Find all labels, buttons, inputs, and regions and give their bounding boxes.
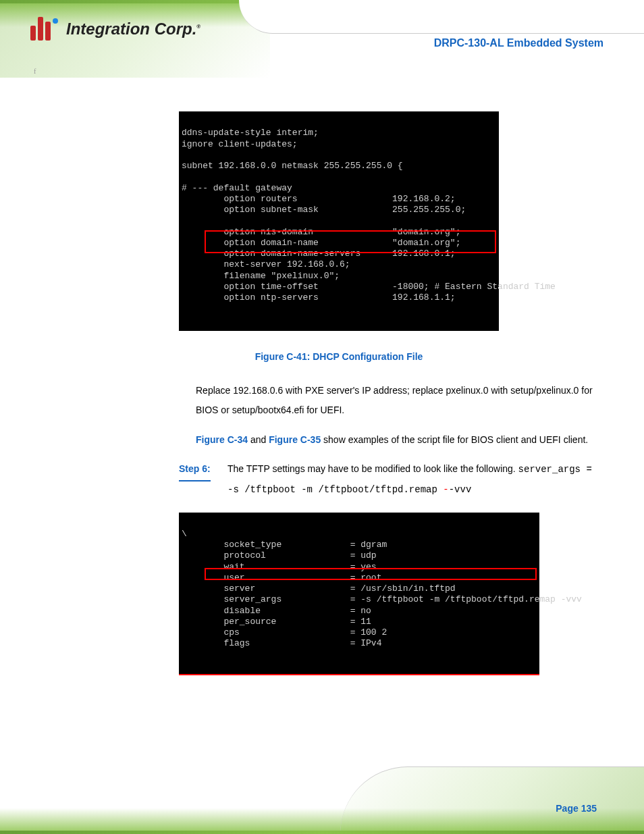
body-paragraph: Replace 192.168.0.6 with PXE server's IP… xyxy=(196,381,597,421)
header-swoosh xyxy=(239,0,644,34)
page-number: Page 135 xyxy=(556,803,597,814)
header-small-page-label: f xyxy=(34,68,36,75)
terminal-line: cps = 100 2 xyxy=(182,627,387,637)
terminal-line: ignore client-updates; xyxy=(182,139,298,149)
terminal-screenshot-dhcp: ddns-update-style interim; ignore client… xyxy=(179,111,499,331)
terminal-line: protocol = udp xyxy=(182,550,377,561)
terminal-screenshot-tftp: \ socket_type = dgram protocol = udp wai… xyxy=(179,513,539,676)
terminal-line: disable = no xyxy=(182,606,371,616)
logo-icon xyxy=(30,17,58,41)
terminal-line: # --- default gateway xyxy=(182,183,292,193)
terminal-line: option routers 192.168.0.2; xyxy=(182,194,456,204)
brand-logo: Integration Corp.® xyxy=(30,17,200,41)
terminal-line: option subnet-mask 255.255.255.0; xyxy=(182,205,466,215)
terminal-line: option ntp-servers 192.168.1.1; xyxy=(182,292,456,303)
terminal-line: per_source = 11 xyxy=(182,617,371,627)
page-footer: Page 135 xyxy=(0,760,644,834)
footer-swoosh xyxy=(340,766,644,834)
terminal-line: ddns-update-style interim; xyxy=(182,128,319,138)
footer-green-bar xyxy=(0,831,644,834)
document-title: DRPC-130-AL Embedded System xyxy=(434,37,603,49)
logo-text: Integration Corp.® xyxy=(66,20,200,38)
step-text: The TFTP settings may have to be modifie… xyxy=(227,463,592,494)
terminal-line: server_args = -s /tftpboot -m /tftpboot/… xyxy=(182,594,582,604)
terminal-line: option domain-name-servers 192.168.0.1; xyxy=(182,249,456,259)
terminal-line: socket_type = dgram xyxy=(182,540,387,550)
terminal-line: server = /usr/sbin/in.tftpd xyxy=(182,583,456,594)
terminal-line: flags = IPv4 xyxy=(182,638,381,648)
figure-caption: Figure C-41: DHCP Configuration File xyxy=(81,351,597,362)
terminal-line: option nis-domain "domain.org"; xyxy=(182,227,460,237)
terminal-line: option domain-name "domain.org"; xyxy=(182,238,460,248)
page-header: Integration Corp.® f DRPC-130-AL Embedde… xyxy=(0,0,644,78)
terminal-line: next-server 192.168.0.6; xyxy=(182,259,350,269)
body-paragraph: Figure C-34 and Figure C-35 show example… xyxy=(196,430,597,450)
figure-reference-link[interactable]: Figure C-35 xyxy=(269,434,321,445)
terminal-line: option time-offset -18000; # Eastern Sta… xyxy=(182,282,556,292)
terminal-line: \ xyxy=(182,529,187,539)
terminal-line: filename "pxelinux.0"; xyxy=(182,271,340,281)
terminal-line: wait = yes xyxy=(182,562,377,572)
figure-reference-link[interactable]: Figure C-34 xyxy=(196,434,248,445)
step-item: Step 6: The TFTP settings may have to be… xyxy=(179,459,597,500)
page-content: ddns-update-style interim; ignore client… xyxy=(0,78,644,675)
terminal-line: user = root xyxy=(182,573,381,583)
step-label: Step 6: xyxy=(179,459,211,481)
terminal-line: subnet 192.168.0.0 netmask 255.255.255.0… xyxy=(182,161,403,171)
